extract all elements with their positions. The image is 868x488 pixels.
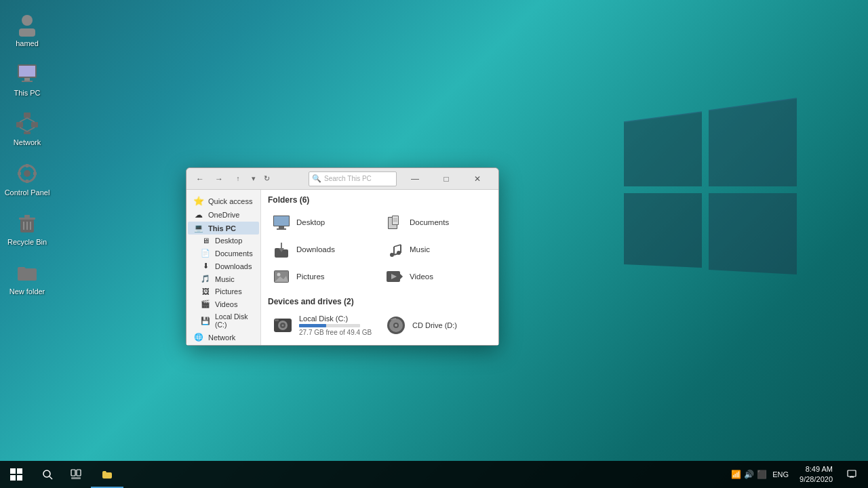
documents-folder-label: Documents	[410, 218, 449, 226]
sidebar-item-desktop[interactable]: 🖥 Desktop	[188, 235, 259, 247]
explorer-body: ⭐ Quick access ☁ OneDrive 💻 This PC 🖥 De…	[186, 190, 498, 345]
sidebar-item-music[interactable]: 🎵 Music	[188, 272, 259, 285]
device-item-cd-drive[interactable]: CD Drive (D:)	[381, 312, 492, 339]
local-disk-free: 27.7 GB free of 49.4 GB	[299, 329, 372, 336]
drive-bar	[299, 324, 326, 327]
svg-rect-35	[277, 228, 286, 230]
devices-section-title: Devices and drives (2)	[268, 297, 492, 306]
volume-icon: 🔊	[744, 470, 754, 479]
svg-point-21	[24, 170, 31, 177]
windows-logo-icon	[10, 468, 22, 481]
sidebar-item-downloads[interactable]: ⬇ Downloads	[188, 260, 259, 272]
task-view-button[interactable]	[62, 461, 90, 488]
folder-item-pictures[interactable]: Pictures	[268, 264, 378, 289]
network-sidebar-icon: 🌐	[193, 333, 204, 342]
folders-grid: Desktop Documents	[268, 210, 492, 289]
documents-folder-icon	[385, 213, 404, 232]
svg-rect-24	[18, 172, 21, 175]
desktop-icon-hamed[interactable]: hamed	[0, 8, 54, 52]
svg-point-60	[282, 325, 284, 327]
svg-rect-71	[848, 470, 856, 476]
desktop-icon-new-folder[interactable]: New folder	[0, 256, 54, 300]
recycle-bin-label: Recycle Bin	[7, 238, 47, 247]
svg-rect-34	[279, 226, 284, 228]
desktop-icon-network[interactable]: Network	[0, 107, 54, 151]
svg-rect-12	[24, 113, 31, 118]
taskbar-search-button[interactable]	[34, 461, 61, 488]
sidebar-item-onedrive[interactable]: ☁ OneDrive	[188, 208, 259, 222]
svg-rect-7	[19, 28, 35, 37]
main-content: Folders (6) Desktop	[261, 190, 498, 345]
refresh-button[interactable]: ↻	[258, 171, 275, 187]
desktop-icon-this-pc[interactable]: This PC	[0, 58, 54, 102]
svg-rect-70	[71, 477, 81, 479]
sidebar-item-quick-access[interactable]: ⭐ Quick access	[188, 194, 259, 208]
desktop-icon-control-panel[interactable]: Control Panel	[0, 157, 54, 201]
sidebar-item-documents[interactable]: 📄 Documents	[188, 247, 259, 260]
up-button[interactable]: ↑	[230, 171, 246, 187]
clock-time: 8:49 AM	[800, 464, 833, 474]
svg-point-52	[277, 273, 281, 277]
network-icon	[15, 111, 39, 136]
action-center-button[interactable]	[841, 461, 863, 488]
control-panel-icon	[15, 161, 39, 186]
search-box[interactable]: 🔍 Search This PC	[309, 171, 397, 186]
desktop-icon-recycle-bin[interactable]: Recycle Bin	[0, 207, 54, 251]
svg-marker-55	[400, 274, 403, 279]
folders-section-title: Folders (6)	[268, 195, 492, 205]
sidebar-item-this-pc[interactable]: 💻 This PC	[188, 222, 259, 235]
forward-button[interactable]: →	[211, 171, 227, 187]
svg-rect-14	[31, 122, 38, 127]
language-indicator: ENG	[770, 470, 791, 479]
downloads-sidebar-icon: ⬇	[200, 262, 211, 270]
sidebar-item-pictures[interactable]: 🖼 Pictures	[188, 285, 259, 298]
new-folder-label: New folder	[9, 287, 45, 296]
music-sidebar-icon: 🎵	[200, 274, 211, 283]
clock-date: 9/28/2020	[800, 474, 833, 485]
start-button[interactable]	[0, 461, 33, 488]
svg-rect-68	[71, 470, 75, 476]
folder-item-videos[interactable]: Videos	[381, 264, 492, 289]
svg-rect-33	[274, 216, 289, 226]
folder-item-downloads[interactable]: Downloads	[268, 237, 378, 262]
cd-drive-icon	[385, 314, 407, 336]
drive-bar-container	[299, 324, 360, 327]
svg-rect-39	[393, 216, 398, 224]
taskbar-clock[interactable]: 8:49 AM 9/28/2020	[794, 464, 838, 485]
local-disk-sidebar-label: Local Disk (C:)	[215, 312, 254, 329]
this-pc-sidebar-icon: 💻	[193, 224, 204, 232]
device-item-local-disk[interactable]: Local Disk (C:) 27.7 GB free of 49.4 GB	[268, 312, 378, 339]
folder-item-desktop[interactable]: Desktop	[268, 210, 378, 235]
folder-item-documents[interactable]: Documents	[381, 210, 492, 235]
local-disk-info: Local Disk (C:) 27.7 GB free of 49.4 GB	[299, 314, 372, 336]
folder-item-music[interactable]: Music	[381, 237, 492, 262]
search-icon: 🔍	[312, 174, 321, 183]
maximize-button[interactable]: □	[431, 168, 462, 190]
svg-rect-69	[77, 470, 81, 476]
minimize-button[interactable]: —	[399, 168, 431, 190]
path-bar: ▾	[252, 174, 256, 183]
taskbar-file-explorer-button[interactable]	[91, 461, 123, 488]
svg-point-66	[43, 470, 50, 477]
control-panel-label: Control Panel	[5, 188, 50, 197]
svg-line-15	[20, 118, 27, 122]
svg-rect-61	[275, 319, 279, 321]
music-folder-label: Music	[410, 245, 430, 253]
close-button[interactable]: ✕	[462, 168, 493, 190]
local-disk-name: Local Disk (C:)	[299, 314, 372, 323]
videos-sidebar-icon: 🎬	[200, 300, 211, 308]
hamed-icon	[15, 12, 39, 37]
windows-logo-decoration	[604, 75, 821, 332]
back-button[interactable]: ←	[192, 171, 208, 187]
this-pc-label: This PC	[14, 89, 40, 98]
svg-rect-17	[24, 131, 31, 134]
svg-rect-13	[16, 122, 23, 127]
sidebar-item-videos[interactable]: 🎬 Videos	[188, 298, 259, 310]
svg-point-65	[395, 324, 397, 327]
svg-line-49	[394, 245, 401, 247]
local-disk-icon	[272, 314, 294, 336]
sidebar-item-network[interactable]: 🌐 Network	[188, 331, 259, 344]
sidebar-item-local-disk[interactable]: 💾 Local Disk (C:)	[188, 310, 259, 331]
search-placeholder: Search This PC	[324, 175, 372, 182]
svg-line-16	[27, 118, 35, 122]
